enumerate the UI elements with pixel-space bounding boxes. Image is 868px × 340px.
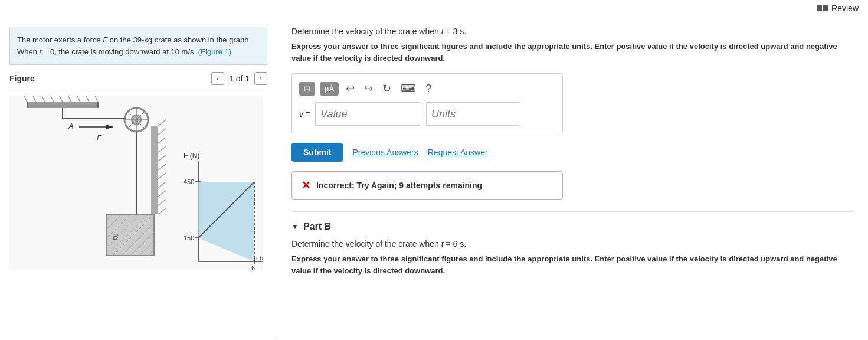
svg-text:6: 6 [251, 264, 255, 270]
svg-text:t (s): t (s) [256, 254, 263, 261]
mu-button[interactable]: μÀ [320, 82, 339, 96]
part-b-instructions: Express your answer to three significant… [291, 253, 854, 276]
figure-prev-button[interactable]: ‹ [211, 72, 224, 85]
previous-answers-button[interactable]: Previous Answers [352, 148, 418, 157]
figure-header: Figure ‹ 1 of 1 › [9, 72, 267, 85]
figure-nav: ‹ 1 of 1 › [211, 72, 267, 85]
right-panel: Determine the velocity of the crate when… [277, 17, 868, 337]
review-icon [817, 5, 828, 11]
input-row: v = [299, 102, 555, 126]
svg-text:A: A [68, 122, 74, 130]
svg-text:B: B [113, 232, 118, 241]
units-input[interactable] [426, 102, 520, 126]
collapse-arrow[interactable]: ▼ [291, 223, 299, 231]
question-title: Determine the velocity of the crate when… [291, 27, 854, 36]
instructions: Express your answer to three significant… [291, 41, 854, 64]
submit-button[interactable]: Submit [291, 143, 343, 162]
part-b-header: ▼ Part B [291, 221, 854, 232]
svg-text:F (N): F (N) [184, 152, 199, 160]
v-label: v = [299, 109, 310, 119]
toolbar: ⊞ μÀ ↩ ↪ ↻ ⌨ ? [299, 81, 555, 96]
svg-text:450: 450 [184, 178, 194, 185]
part-b-label: Part B [303, 221, 331, 232]
left-panel: The motor exerts a force F on the 39-kg … [0, 17, 277, 337]
review-button[interactable]: Review [817, 4, 859, 13]
part-b-question: Determine the velocity of the crate when… [291, 239, 854, 249]
matrix-button[interactable]: ⊞ [299, 82, 315, 96]
figure-count: 1 of 1 [229, 74, 250, 83]
help-button[interactable]: ? [423, 81, 434, 96]
request-answer-button[interactable]: Request Answer [428, 148, 488, 157]
answer-box: ⊞ μÀ ↩ ↪ ↻ ⌨ ? v = [291, 73, 563, 133]
problem-text: The motor exerts a force F on the 39-kg … [9, 27, 267, 65]
refresh-button[interactable]: ↻ [380, 81, 394, 96]
svg-text:F: F [97, 133, 102, 142]
value-input[interactable] [315, 102, 421, 126]
keyboard-button[interactable]: ⌨ [398, 81, 418, 96]
figure-area: A F [9, 96, 267, 273]
error-box: ✕ Incorrect; Try Again; 9 attempts remai… [291, 171, 563, 200]
error-text: Incorrect; Try Again; 9 attempts remaini… [316, 181, 482, 190]
review-label: Review [831, 4, 859, 13]
svg-rect-25 [151, 126, 158, 214]
undo-button[interactable]: ↩ [343, 81, 357, 96]
svg-rect-1 [27, 102, 98, 108]
svg-text:150: 150 [184, 234, 194, 241]
part-b-section: ▼ Part B Determine the velocity of the c… [291, 211, 854, 276]
top-bar: Review [0, 0, 868, 17]
figure-label: Figure [9, 74, 211, 83]
redo-button[interactable]: ↪ [362, 81, 375, 96]
error-icon: ✕ [302, 179, 310, 192]
figure-next-button[interactable]: › [254, 72, 267, 85]
action-row: Submit Previous Answers Request Answer [291, 143, 854, 162]
figure-divider [9, 90, 267, 90]
